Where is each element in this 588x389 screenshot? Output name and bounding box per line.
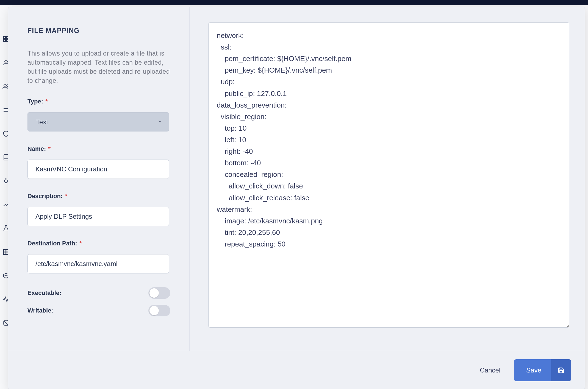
file-content-textarea[interactable]: [208, 22, 569, 328]
required-indicator: *: [45, 98, 48, 105]
top-nav: [0, 0, 588, 5]
modal-body: FILE MAPPING This allows you to upload o…: [8, 7, 585, 351]
required-indicator: *: [65, 193, 67, 199]
toggle-knob: [149, 306, 159, 315]
destination-label: Destination Path: *: [27, 240, 82, 247]
writable-toggle[interactable]: [148, 305, 170, 316]
executable-toggle[interactable]: [148, 287, 170, 299]
type-select[interactable]: Text: [27, 112, 169, 132]
name-input[interactable]: [27, 160, 169, 179]
field-description: Description: *: [27, 193, 174, 226]
description-input[interactable]: [27, 207, 169, 226]
field-destination: Destination Path: *: [27, 240, 174, 273]
save-icon: [551, 359, 571, 381]
description-label: Description: *: [27, 193, 67, 200]
modal-overlay: FILE MAPPING This allows you to upload o…: [5, 5, 588, 389]
modal-footer: Cancel Save: [8, 351, 585, 389]
modal-title: FILE MAPPING: [27, 27, 174, 35]
type-label: Type: *: [27, 98, 48, 105]
save-button[interactable]: Save: [514, 359, 571, 381]
file-mapping-modal: FILE MAPPING This allows you to upload o…: [8, 7, 585, 389]
form-panel: FILE MAPPING This allows you to upload o…: [8, 7, 190, 351]
content-panel: [190, 7, 585, 351]
required-indicator: *: [48, 145, 51, 152]
field-writable: Writable:: [27, 305, 170, 316]
cancel-button[interactable]: Cancel: [477, 363, 503, 378]
toggle-knob: [149, 288, 159, 298]
field-type: Type: * Text: [27, 98, 174, 132]
save-button-label: Save: [514, 366, 551, 374]
field-executable: Executable:: [27, 287, 170, 299]
modal-description: This allows you to upload or create a fi…: [27, 49, 174, 85]
required-indicator: *: [79, 240, 82, 247]
name-label: Name: *: [27, 145, 51, 152]
writable-label: Writable:: [27, 307, 53, 314]
executable-label: Executable:: [27, 289, 62, 297]
destination-input[interactable]: [27, 254, 169, 273]
field-name: Name: *: [27, 145, 174, 179]
